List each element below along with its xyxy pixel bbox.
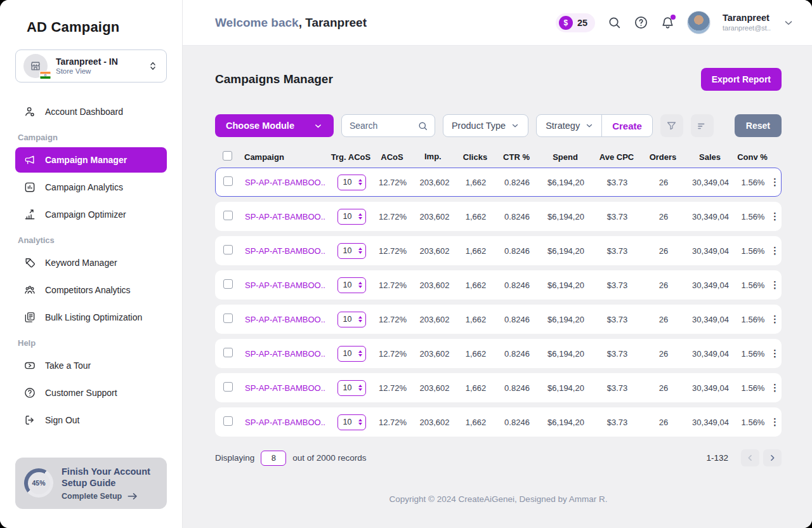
sidebar-item-campaign-analytics[interactable]: Campaign Analytics <box>15 175 167 200</box>
row-checkbox[interactable] <box>223 314 233 323</box>
choose-module-dropdown[interactable]: Choose Module <box>215 114 334 137</box>
product-type-dropdown[interactable]: Product Type <box>443 114 528 137</box>
sidebar-item-take-a-tour[interactable]: Take a Tour <box>15 353 167 378</box>
sidebar-item-sign-out[interactable]: Sign Out <box>15 407 167 433</box>
export-report-button[interactable]: Export Report <box>701 68 782 91</box>
step-up-icon[interactable] <box>358 316 362 319</box>
stepper-arrows-icon[interactable] <box>358 213 362 220</box>
step-down-icon[interactable] <box>358 388 362 391</box>
step-down-icon[interactable] <box>358 320 362 322</box>
campaign-link[interactable]: SP-AP-AT-BAMBOO.. <box>242 315 330 324</box>
sidebar-item-keyword-manager[interactable]: Keyword Manager <box>15 250 167 275</box>
page-size-input[interactable] <box>261 451 286 466</box>
column-header[interactable]: Ave CPC <box>592 152 641 162</box>
table-row[interactable]: SP-AP-AT-BAMBOO..1012.72%203,6021,6620.8… <box>215 373 782 402</box>
sidebar-item-customer-support[interactable]: Customer Support <box>15 380 167 406</box>
table-row[interactable]: SP-AP-AT-BAMBOO..1012.72%203,6021,6620.8… <box>215 270 782 300</box>
sidebar-item-account-dashboard[interactable]: Account Dashboard <box>15 99 167 124</box>
trg-acos-stepper[interactable]: 10 <box>337 175 366 190</box>
row-checkbox[interactable] <box>223 382 233 392</box>
sort-button[interactable] <box>691 114 714 137</box>
table-row[interactable]: SP-AP-AT-BAMBOO..1012.72%203,6021,6620.8… <box>215 236 782 265</box>
stepper-arrows-icon[interactable] <box>358 179 362 185</box>
filter-funnel-button[interactable] <box>660 114 683 137</box>
step-down-icon[interactable] <box>358 286 362 288</box>
step-down-icon[interactable] <box>358 423 362 425</box>
campaign-link[interactable]: SP-AP-AT-BAMBOO.. <box>242 349 330 359</box>
row-checkbox[interactable] <box>223 279 233 289</box>
campaign-link[interactable]: SP-AP-AT-BAMBOO.. <box>242 383 330 393</box>
step-up-icon[interactable] <box>358 179 362 182</box>
stepper-arrows-icon[interactable] <box>358 385 362 391</box>
campaign-link[interactable]: SP-AP-AT-BAMBOO.. <box>242 280 330 290</box>
row-menu-kebab-icon[interactable]: ⋮ <box>770 348 780 359</box>
table-row[interactable]: SP-AP-AT-BAMBOO..1012.72%203,6021,6620.8… <box>215 339 782 368</box>
trg-acos-stepper[interactable]: 10 <box>337 414 366 430</box>
strategy-dropdown[interactable]: Strategy <box>537 121 601 131</box>
column-header[interactable]: Sales <box>684 152 735 162</box>
step-down-icon[interactable] <box>358 354 362 357</box>
reset-button[interactable]: Reset <box>735 114 782 137</box>
create-button[interactable]: Create <box>602 121 652 131</box>
trg-acos-stepper[interactable]: 10 <box>337 243 366 259</box>
campaign-link[interactable]: SP-AP-AT-BAMBOO.. <box>242 246 330 256</box>
search-icon[interactable] <box>607 15 622 30</box>
stepper-arrows-icon[interactable] <box>358 282 362 288</box>
step-up-icon[interactable] <box>358 385 362 387</box>
row-menu-kebab-icon[interactable]: ⋮ <box>770 279 780 291</box>
credits-badge[interactable]: $ 25 <box>556 13 595 32</box>
step-down-icon[interactable] <box>358 183 362 185</box>
table-row[interactable]: SP-AP-AT-BAMBOO..1012.72%203,6021,6620.8… <box>215 168 782 197</box>
row-menu-kebab-icon[interactable]: ⋮ <box>770 314 780 325</box>
row-checkbox[interactable] <box>223 348 233 357</box>
column-header[interactable]: Conv % <box>735 152 769 162</box>
table-row[interactable]: SP-AP-AT-BAMBOO..1012.72%203,6021,6620.8… <box>215 305 782 334</box>
sidebar-item-bulk-listing-optimization[interactable]: Bulk Listing Optimization <box>15 305 167 330</box>
select-all-checkbox[interactable] <box>223 151 232 161</box>
step-up-icon[interactable] <box>358 213 362 216</box>
stepper-arrows-icon[interactable] <box>358 248 362 254</box>
trg-acos-stepper[interactable]: 10 <box>337 312 366 327</box>
store-selector[interactable]: Taranpreet - IN Store View <box>15 50 167 82</box>
table-row[interactable]: SP-AP-AT-BAMBOO..1012.72%203,6021,6620.8… <box>215 407 782 437</box>
column-header[interactable]: Trg. ACoS <box>329 152 372 162</box>
step-up-icon[interactable] <box>358 282 362 284</box>
sidebar-item-campaign-optimizer[interactable]: Campaign Optimizer <box>15 202 167 227</box>
row-checkbox[interactable] <box>223 211 233 220</box>
search-input[interactable] <box>350 121 417 131</box>
step-up-icon[interactable] <box>358 419 362 421</box>
trg-acos-stepper[interactable]: 10 <box>337 209 366 225</box>
column-header[interactable]: Clicks <box>456 152 494 162</box>
notifications-bell-icon[interactable] <box>660 15 675 30</box>
table-row[interactable]: SP-AP-AT-BAMBOO..1012.72%203,6021,6620.8… <box>215 202 782 231</box>
user-menu[interactable]: Taranpreet taranpreet@st.. <box>723 13 771 32</box>
stepper-arrows-icon[interactable] <box>358 350 362 357</box>
stepper-arrows-icon[interactable] <box>358 316 362 322</box>
row-checkbox[interactable] <box>223 245 233 254</box>
trg-acos-stepper[interactable]: 10 <box>337 380 366 396</box>
prev-page-button[interactable] <box>741 449 759 466</box>
column-header[interactable]: CTR % <box>494 152 539 162</box>
campaign-link[interactable]: SP-AP-AT-BAMBOO.. <box>242 212 330 221</box>
next-page-button[interactable] <box>763 449 782 466</box>
chevron-down-icon[interactable] <box>783 17 794 29</box>
help-icon[interactable] <box>634 15 648 30</box>
row-menu-kebab-icon[interactable]: ⋮ <box>770 416 780 428</box>
user-avatar[interactable] <box>687 11 710 34</box>
step-down-icon[interactable] <box>358 217 362 220</box>
trg-acos-stepper[interactable]: 10 <box>337 277 366 293</box>
column-header[interactable]: Spend <box>539 152 592 162</box>
campaign-link[interactable]: SP-AP-AT-BAMBOO.. <box>242 418 330 427</box>
column-header[interactable]: Imp. <box>412 152 456 162</box>
row-menu-kebab-icon[interactable]: ⋮ <box>770 382 780 393</box>
sidebar-item-campaign-manager[interactable]: Campaign Manager <box>15 147 167 173</box>
column-header[interactable]: Campaign <box>242 152 329 162</box>
stepper-arrows-icon[interactable] <box>358 419 362 425</box>
step-down-icon[interactable] <box>358 251 362 254</box>
row-menu-kebab-icon[interactable]: ⋮ <box>770 245 780 256</box>
campaign-link[interactable]: SP-AP-AT-BAMBOO.. <box>242 178 330 187</box>
complete-setup-link[interactable]: Complete Setup <box>62 492 158 501</box>
step-up-icon[interactable] <box>358 350 362 353</box>
row-checkbox[interactable] <box>223 416 233 426</box>
setup-guide-card[interactable]: 45% Finish Your Account Setup Guide Comp… <box>15 458 167 509</box>
